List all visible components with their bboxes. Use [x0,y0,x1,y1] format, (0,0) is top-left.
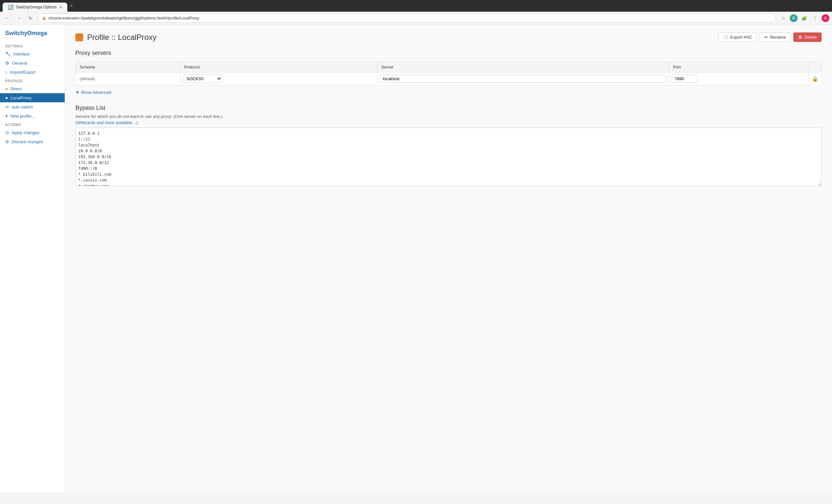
port-cell [669,73,808,85]
col-port: Port [669,62,808,73]
tab-favicon: 🔄 [8,4,13,10]
proxy-servers-title: Proxy servers [75,50,822,56]
sidebar-item-direct[interactable]: ● Direct [0,84,65,93]
interface-label: Interface [13,52,30,56]
general-label: General [12,61,27,65]
settings-section-label: SETTINGS [0,42,65,49]
export-pac-icon: 📄 [723,35,728,39]
protocol-select[interactable]: HTTP HTTPS SOCKS4 SOCKS5 [183,74,222,83]
extensions-icon[interactable]: 🧩 [800,13,809,23]
sidebar-item-interface[interactable]: 🔧 Interface [0,49,65,58]
tab-bar: 🔄 SwitchyOmega Options ✕ + [0,0,832,12]
sidebar-item-auto-switch[interactable]: ⇄ auto switch [0,102,65,111]
address-bar[interactable]: 🔒 chrome-extension://padekgcemlokbadohgk… [38,13,776,23]
new-tab-button[interactable]: + [67,1,75,11]
sidebar-item-new-profile[interactable]: + New profile… [0,111,65,120]
show-advanced-button[interactable]: ▼ Show Advanced [75,88,822,97]
rename-icon: ✏ [764,35,768,39]
show-advanced-label: Show Advanced [81,90,111,95]
app-layout: SwitchyOmega SETTINGS 🔧 Interface ⚙ Gene… [0,25,832,492]
bypass-list-desc: Servers for which you do not want to use… [75,114,822,119]
auto-switch-label: auto switch [12,105,33,109]
server-input[interactable] [380,75,666,83]
delete-button[interactable]: 🗑 Delete [793,32,822,42]
lock-icon: 🔒 [42,16,47,20]
col-server: Server [377,62,669,73]
apply-changes-label: Apply changes [12,130,39,135]
bookmark-icon[interactable]: ☆ [779,13,788,23]
col-action [809,62,822,73]
bypass-list-textarea[interactable]: 127.0.0.1 [::1] localhost 10.0.0.0/8 192… [75,128,822,186]
col-protocol: Protocol [180,62,377,73]
gear-icon: ⚙ [5,60,9,65]
sidebar-item-import-export[interactable]: ↕ Import/Export [0,67,65,77]
sidebar-item-discard-changes[interactable]: ⊘ Discard changes [0,137,65,146]
sidebar-item-local-proxy[interactable]: ● LocalProxy [0,93,65,102]
apply-icon: ⊙ [5,130,9,135]
profiles-section-label: PROFILES [0,77,65,84]
rename-label: Rename [770,35,786,39]
rename-button[interactable]: ✏ Rename [759,32,791,42]
delete-icon: 🗑 [798,35,802,39]
address-bar-row: ← → ↻ 🔒 chrome-extension://padekgcemlokb… [0,12,832,25]
local-proxy-icon: ● [5,95,8,100]
wrench-icon: 🔧 [5,51,11,56]
page-header: Profile :: LocalProxy 📄 Export PAC ✏ Ren… [75,32,822,42]
sidebar: SwitchyOmega SETTINGS 🔧 Interface ⚙ Gene… [0,25,65,492]
bypass-list-title: Bypass List [75,105,822,111]
discard-changes-label: Discard changes [12,139,43,144]
col-scheme: Scheme [76,62,180,73]
import-export-icon: ↕ [5,69,7,75]
port-input[interactable] [672,75,698,83]
lock-cell: 🔒 [809,73,822,85]
page-title: Profile :: LocalProxy [75,33,156,42]
server-cell [377,73,669,85]
auto-switch-icon: ⇄ [5,104,9,109]
actions-section-label: ACTIONS [0,120,65,128]
sidebar-brand: SwitchyOmega [0,30,65,42]
page-title-text: Profile :: LocalProxy [87,33,156,42]
omega-extension-icon[interactable]: Ω [790,14,798,22]
export-pac-button[interactable]: 📄 Export PAC [718,32,757,42]
plus-icon: + [5,113,8,118]
export-pac-label: Export PAC [730,35,752,39]
import-export-label: Import/Export [10,70,35,75]
chevron-icon: ▼ [75,90,80,95]
header-actions: 📄 Export PAC ✏ Rename 🗑 Delete [718,32,822,42]
proxy-table: Scheme Protocol Server Port (default) HT… [75,62,822,85]
bypass-list-link[interactable]: (Wildcards and more available…) [75,120,138,125]
direct-icon: ● [5,86,8,91]
scheme-cell: (default) [76,73,180,85]
main-content: Profile :: LocalProxy 📄 Export PAC ✏ Ren… [65,25,832,492]
protocol-cell: HTTP HTTPS SOCKS4 SOCKS5 [180,73,377,85]
direct-label: Direct [10,86,22,91]
tab-close-button[interactable]: ✕ [59,5,62,9]
sidebar-item-apply-changes[interactable]: ⊙ Apply changes [0,128,65,137]
profile-avatar[interactable]: G [822,14,829,22]
tab-title: SwitchyOmega Options [16,5,56,9]
url-text: chrome-extension://padekgcemlokbadohgkif… [48,16,199,21]
menu-icon[interactable]: ⋮ [810,13,820,23]
reload-button[interactable]: ↻ [26,13,35,23]
back-button[interactable]: ← [3,13,12,23]
delete-label: Delete [804,35,817,39]
new-profile-label: New profile… [10,114,36,118]
toolbar-right: ☆ Ω 🧩 ⋮ G [779,13,829,23]
forward-button[interactable]: → [14,13,23,23]
active-tab[interactable]: 🔄 SwitchyOmega Options ✕ [3,3,67,12]
sidebar-item-general[interactable]: ⚙ General [0,58,65,67]
profile-color-box [75,33,83,41]
table-row: (default) HTTP HTTPS SOCKS4 SOCKS5 [76,73,822,85]
discard-icon: ⊘ [5,139,9,144]
local-proxy-label: LocalProxy [10,95,31,100]
